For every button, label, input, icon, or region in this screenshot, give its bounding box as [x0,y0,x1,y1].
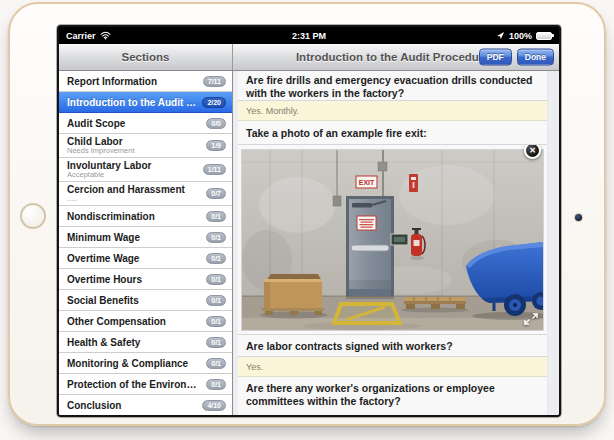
progress-badge: 0/1 [206,316,226,327]
sidebar-item-audit-scope[interactable]: Audit Scope 0/0 [59,113,232,134]
emergency-exit-door-sign [357,216,376,230]
screen: Carrier 2:31 PM 100% [59,27,559,415]
sidebar-item-overtime-wage[interactable]: Overtime Wage 0/1 [59,248,232,269]
sidebar-item-nondiscrimination[interactable]: Nondiscrimination 0/1 [59,206,232,227]
status-bar: Carrier 2:31 PM 100% [59,27,559,44]
sidebar-item-protection-environment[interactable]: Protection of the Environment 0/1 [59,374,232,395]
expand-arrows-icon[interactable] [523,312,539,326]
home-button[interactable] [20,203,46,229]
fire-exit-photo[interactable]: EXIT [242,150,543,330]
progress-badge: 0/1 [206,358,226,369]
progress-badge: 0/1 [206,253,226,264]
progress-badge: 0/1 [206,211,226,222]
rating-label: Needs Improvement [67,147,202,155]
sections-list: Report Information 7/11 Introduction to … [59,71,233,415]
sidebar-item-monitoring-compliance[interactable]: Monitoring & Compliance 0/1 [59,353,232,374]
page-title: Introduction to the Audit Procedures [296,51,496,63]
exit-sign: EXIT [359,179,375,186]
progress-badge: 0/1 [206,379,226,390]
ipad-frame: Carrier 2:31 PM 100% [8,2,606,426]
sidebar-item-conclusion[interactable]: Conclusion 4/10 [59,395,232,415]
rating-label: ..... [67,195,202,203]
done-button[interactable]: Done [517,49,554,66]
answer-row[interactable]: Yes. [238,357,547,377]
sidebar-item-health-safety[interactable]: Health & Safety 0/1 [59,332,232,353]
sidebar-item-social-benefits[interactable]: Social Benefits 0/1 [59,290,232,311]
sidebar-title: Sections [122,51,170,63]
progress-badge: 2/20 [202,97,226,108]
progress-badge: 0/7 [206,188,226,199]
battery-icon [536,32,552,40]
question-list: Are fire drills and emergency evacuation… [233,71,559,415]
progress-badge: 4/10 [202,400,226,411]
progress-badge: 1/11 [203,164,226,175]
progress-badge: 0/1 [206,337,226,348]
content-header: Introduction to the Audit Procedures PDF… [233,44,559,70]
progress-badge: 1/9 [206,140,226,151]
question-row: Are there any worker's organizations or … [238,377,547,415]
rating-label: Acceptable [67,171,199,179]
progress-badge: 0/1 [206,274,226,285]
sidebar-item-involuntary-labor[interactable]: Involuntary Labor Acceptable 1/11 [59,158,232,182]
photo-row: EXIT [238,145,547,335]
sidebar-item-overtime-hours[interactable]: Overtime Hours 0/1 [59,269,232,290]
answer-row[interactable]: Yes. Monthly. [238,101,547,121]
question-row: Are labor contracts signed with workers? [238,335,547,357]
question-row: Are fire drills and emergency evacuation… [238,71,547,101]
progress-badge: 0/0 [206,118,226,129]
sidebar-item-child-labor[interactable]: Child Labor Needs Improvement 1/9 [59,134,232,158]
pdf-button[interactable]: PDF [479,49,512,66]
progress-badge: 0/1 [206,232,226,243]
sidebar-item-other-compensation[interactable]: Other Compensation 0/1 [59,311,232,332]
progress-badge: 0/1 [206,295,226,306]
sidebar-item-cercion-harassment[interactable]: Cercion and Harassment ..... 0/7 [59,182,232,206]
sidebar-item-minimum-wage[interactable]: Minimum Wage 0/1 [59,227,232,248]
clock: 2:31 PM [59,31,559,41]
sidebar-item-report-information[interactable]: Report Information 7/11 [59,71,232,92]
sidebar-header: Sections [59,44,233,70]
progress-badge: 7/11 [203,76,226,87]
question-row: Take a photo of an example fire exit: [238,121,547,145]
sidebar-item-introduction[interactable]: Introduction to the Audit Procedures 2/2… [59,92,232,113]
camera-dot [575,214,582,221]
